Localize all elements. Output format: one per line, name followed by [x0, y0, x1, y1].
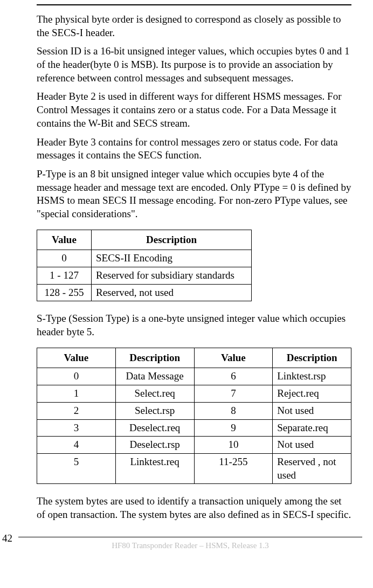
stype-table: Value Description Value Description 0 Da… [37, 348, 351, 485]
cell: Data Message [115, 368, 194, 385]
table-header-row: Value Description [37, 230, 252, 250]
cell: Reserved for subsidiary standards [92, 267, 252, 285]
page-content: The physical byte order is designed to c… [37, 4, 351, 522]
cell: Linktest.req [115, 453, 194, 483]
cell: 10 [194, 437, 273, 454]
table-row: 3 Deselect.req 9 Separate.req [37, 419, 351, 437]
cell: Deselect.req [115, 419, 194, 437]
cell: Not used [273, 437, 351, 454]
ptype-table: Value Description 0 SECS-II Encoding 1 -… [37, 230, 252, 302]
cell: 5 [37, 453, 116, 483]
cell: 11-255 [194, 453, 273, 483]
cell: Reserved, not used [92, 284, 252, 301]
col-header: Description [273, 348, 351, 368]
cell: SECS-II Encoding [92, 250, 252, 267]
cell: 8 [194, 402, 273, 419]
table-row: 1 Select.req 7 Reject.req [37, 385, 351, 403]
paragraph: The physical byte order is designed to c… [37, 13, 351, 39]
col-header: Value [37, 348, 116, 368]
page-number: 42 [2, 532, 16, 545]
cell: Select.rsp [115, 402, 194, 419]
cell: Reject.req [273, 385, 351, 403]
cell: 128 - 255 [37, 284, 92, 301]
cell: 4 [37, 437, 116, 454]
paragraph: Header Byte 2 is used in different ways … [37, 90, 351, 130]
cell: 3 [37, 419, 116, 437]
table-row: 128 - 255 Reserved, not used [37, 284, 252, 301]
cell: 7 [194, 385, 273, 403]
cell: 9 [194, 419, 273, 437]
table-row: 2 Select.rsp 8 Not used [37, 402, 351, 419]
paragraph: Session ID is a 16-bit unsigned integer … [37, 45, 351, 85]
table-row: 5 Linktest.req 11-255 Reserved , not use… [37, 453, 351, 483]
table-row: 1 - 127 Reserved for subsidiary standard… [37, 267, 252, 285]
table-header-row: Value Description Value Description [37, 348, 351, 368]
cell: 6 [194, 368, 273, 385]
col-header: Description [92, 230, 252, 250]
table-row: 0 Data Message 6 Linktest.rsp [37, 368, 351, 385]
col-header: Value [37, 230, 92, 250]
table-row: 0 SECS-II Encoding [37, 250, 252, 267]
col-header: Value [194, 348, 273, 368]
cell: Linktest.rsp [273, 368, 351, 385]
cell: Reserved , not used [273, 453, 351, 483]
cell: Deselect.rsp [115, 437, 194, 454]
table-row: 4 Deselect.rsp 10 Not used [37, 437, 351, 454]
cell: 2 [37, 402, 116, 419]
col-header: Description [115, 348, 194, 368]
paragraph: The system bytes are used to identify a … [37, 495, 351, 521]
paragraph: P-Type is an 8 bit unsigned integer valu… [37, 168, 351, 221]
cell: 0 [37, 368, 116, 385]
cell: Separate.req [273, 419, 351, 437]
cell: 1 - 127 [37, 267, 92, 285]
cell: Select.req [115, 385, 194, 403]
paragraph: Header Byte 3 contains for control messa… [37, 136, 351, 162]
cell: 1 [37, 385, 116, 403]
paragraph: S-Type (Session Type) is a one-byte unsi… [37, 312, 351, 338]
cell: Not used [273, 402, 351, 419]
footer-text: HF80 Transponder Reader – HSMS, Release … [18, 541, 362, 551]
cell: 0 [37, 250, 92, 267]
page-footer: 42 HF80 Transponder Reader – HSMS, Relea… [18, 537, 362, 554]
